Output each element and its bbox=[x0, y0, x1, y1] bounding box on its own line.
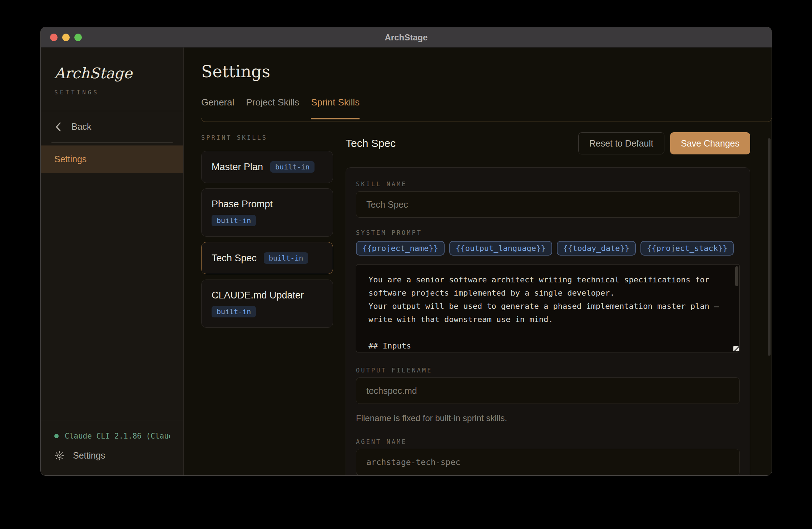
variable-chip-project-stack[interactable]: {{project_stack}} bbox=[640, 241, 734, 256]
textarea-scrollbar-thumb[interactable] bbox=[735, 266, 738, 286]
sidebar-item-settings[interactable]: Settings bbox=[41, 145, 183, 173]
scrolled-card-edge bbox=[201, 118, 772, 122]
skill-card-phase-prompt[interactable]: Phase Prompt built-in bbox=[201, 188, 333, 237]
skill-detail-panel: Tech Spec Reset to Default Save Changes … bbox=[346, 132, 750, 476]
agent-name-label: AGENT NAME bbox=[356, 438, 740, 445]
skill-name: Phase Prompt bbox=[212, 199, 273, 210]
cli-status: Claude CLI 2.1.86 (Claude… bbox=[54, 432, 170, 440]
agent-name-input[interactable] bbox=[356, 449, 740, 475]
tab-general[interactable]: General bbox=[201, 97, 234, 119]
variable-chip-today-date[interactable]: {{today_date}} bbox=[557, 241, 636, 256]
output-filename-input[interactable] bbox=[356, 377, 740, 404]
output-filename-label: OUTPUT FILENAME bbox=[356, 367, 740, 374]
sprint-skills-list: SPRINT SKILLS Master Plan built-in Phase… bbox=[201, 134, 333, 328]
skill-card-tech-spec[interactable]: Tech Spec built-in bbox=[201, 242, 333, 274]
skill-name: CLAUDE.md Updater bbox=[212, 290, 304, 301]
status-dot-icon bbox=[54, 434, 59, 438]
window-title: ArchStage bbox=[41, 27, 772, 48]
app-logo: ArchStage bbox=[54, 65, 170, 82]
sidebar: ArchStage SETTINGS Back Settings Claude … bbox=[41, 48, 184, 476]
detail-title: Tech Spec bbox=[346, 137, 396, 149]
skill-card-master-plan[interactable]: Master Plan built-in bbox=[201, 151, 333, 183]
sun-icon bbox=[54, 451, 64, 461]
variable-chips: {{project_name}} {{output_language}} {{t… bbox=[356, 241, 740, 256]
section-label: SPRINT SKILLS bbox=[201, 134, 333, 141]
skill-name-input[interactable] bbox=[356, 191, 740, 218]
sidebar-subtitle: SETTINGS bbox=[54, 89, 170, 96]
textarea-resize-grip[interactable] bbox=[733, 346, 739, 351]
variable-chip-output-language[interactable]: {{output_language}} bbox=[449, 241, 552, 256]
chevron-left-icon bbox=[55, 122, 61, 132]
built-in-badge: built-in bbox=[270, 161, 315, 173]
main-scrollbar-thumb[interactable] bbox=[768, 138, 771, 356]
skill-name-label: SKILL NAME bbox=[356, 181, 740, 188]
sidebar-header: ArchStage SETTINGS bbox=[41, 48, 183, 111]
cli-status-text: Claude CLI 2.1.86 (Claude… bbox=[65, 432, 170, 440]
skill-name: Tech Spec bbox=[212, 253, 257, 264]
skill-form-card: SKILL NAME SYSTEM PROMPT {{project_name}… bbox=[346, 167, 750, 476]
built-in-badge: built-in bbox=[212, 215, 256, 226]
built-in-badge: built-in bbox=[264, 252, 308, 264]
skill-card-claude-md-updater[interactable]: CLAUDE.md Updater built-in bbox=[201, 280, 333, 328]
sidebar-footer: Claude CLI 2.1.86 (Claude… Settings bbox=[41, 420, 183, 476]
back-button[interactable]: Back bbox=[41, 111, 183, 142]
title-bar: ArchStage bbox=[41, 27, 772, 48]
main-panel: Settings General Project Skills Sprint S… bbox=[184, 48, 772, 476]
system-prompt-label: SYSTEM PROMPT bbox=[356, 229, 740, 236]
save-changes-button[interactable]: Save Changes bbox=[670, 132, 750, 154]
system-prompt-textarea[interactable]: You are a senior software architect writ… bbox=[356, 264, 740, 352]
back-label: Back bbox=[71, 122, 91, 132]
variable-chip-project-name[interactable]: {{project_name}} bbox=[356, 241, 445, 256]
footer-settings-label: Settings bbox=[73, 450, 105, 461]
app-window: ArchStage ArchStage SETTINGS Back Settin… bbox=[40, 27, 772, 476]
tab-sprint-skills[interactable]: Sprint Skills bbox=[311, 97, 360, 119]
page-title: Settings bbox=[201, 62, 270, 81]
footer-settings-button[interactable]: Settings bbox=[54, 450, 170, 461]
built-in-badge: built-in bbox=[212, 306, 256, 317]
reset-to-default-button[interactable]: Reset to Default bbox=[578, 132, 664, 154]
tab-bar: General Project Skills Sprint Skills bbox=[201, 97, 360, 119]
tab-project-skills[interactable]: Project Skills bbox=[246, 97, 299, 119]
sidebar-divider bbox=[51, 142, 173, 143]
filename-help-text: Filename is fixed for built-in sprint sk… bbox=[356, 413, 740, 423]
skill-name: Master Plan bbox=[212, 162, 263, 173]
